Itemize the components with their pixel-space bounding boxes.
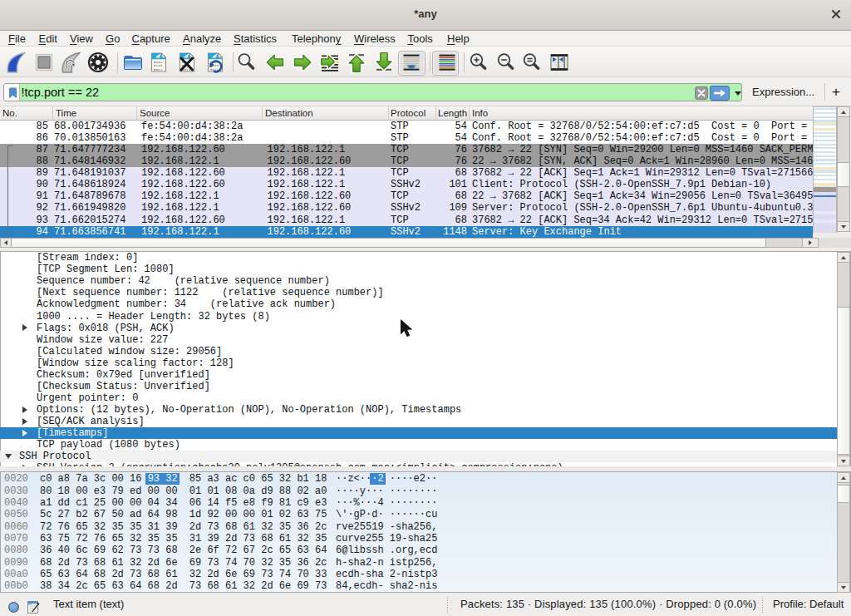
svg-text:0011: 0011: [154, 67, 163, 71]
